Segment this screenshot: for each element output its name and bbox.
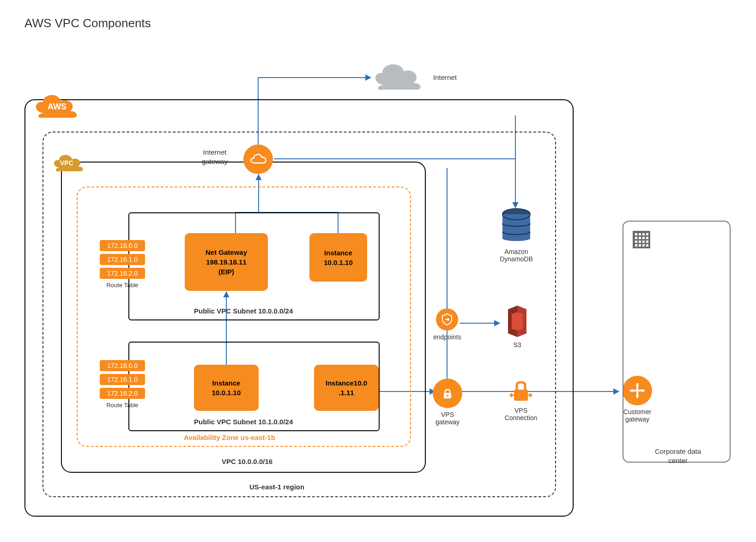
vpc-tag-label: VPC: [60, 159, 73, 167]
building-icon: [631, 229, 652, 252]
svg-rect-11: [639, 237, 641, 239]
svg-rect-12: [642, 237, 645, 239]
endpoints-icon: [436, 308, 458, 331]
svg-rect-21: [646, 244, 648, 247]
vpc-label: VPC 10.0.0.0/16: [222, 457, 272, 466]
dynamodb-service: Amazon DynamoDB: [498, 208, 535, 263]
region-label: US-east-1 region: [249, 482, 304, 492]
svg-rect-4: [514, 390, 528, 401]
aws-cloud-label: AWS: [48, 102, 67, 112]
svg-rect-17: [646, 241, 648, 243]
internet-cloud-icon: [369, 59, 425, 93]
route-row: 172.16.2.0: [100, 388, 145, 399]
svg-rect-16: [642, 241, 645, 243]
internet-gateway-icon: [243, 145, 273, 174]
dynamodb-label: Amazon DynamoDB: [498, 248, 535, 263]
svg-rect-8: [642, 233, 645, 235]
public-subnet-1-label: Public VPC Subnet 10.0.0.0/24: [194, 307, 293, 316]
svg-rect-20: [642, 244, 645, 247]
svg-rect-19: [639, 244, 641, 247]
vps-gateway-service: VPS gateway: [431, 379, 464, 426]
diagram-title: AWS VPC Components: [24, 16, 151, 30]
svg-rect-7: [639, 233, 641, 235]
igw-label: Internet gateway: [194, 148, 236, 166]
subnet2-instance1-node: Instance 10.0.1.10: [194, 365, 259, 411]
corporate-data-center: [623, 221, 731, 463]
s3-icon: [502, 305, 532, 338]
route-table-2: 172.16.0.0 172.16.1.0 172.16.2.0 Route T…: [100, 360, 145, 409]
route-row: 172.16.1.0: [100, 254, 145, 265]
subnet2-instance2-node: Instance10.0 .1.11: [314, 365, 379, 411]
nat-gateway-node: Net Gateway 198.19.18.11 (EIP): [185, 233, 268, 291]
svg-rect-15: [639, 241, 641, 243]
route-row: 172.16.2.0: [100, 268, 145, 279]
vps-connection-icon: [508, 378, 534, 404]
route-row: 172.16.0.0: [100, 360, 145, 371]
svg-rect-13: [646, 237, 648, 239]
route-row: 172.16.0.0: [100, 240, 145, 251]
svg-rect-14: [635, 241, 637, 243]
svg-rect-10: [635, 237, 637, 239]
subnet1-instance-node: Instance 10.0.1.10: [309, 233, 367, 282]
vpc-cloud-tag: VPC: [50, 151, 86, 174]
endpoints-label: endpoints: [433, 333, 461, 341]
vps-connection-label: VPS Connection: [502, 407, 539, 422]
route-table-1: 172.16.0.0 172.16.1.0 172.16.2.0 Route T…: [100, 240, 145, 289]
aws-cloud-tag: AWS: [30, 90, 81, 120]
svg-rect-9: [646, 233, 648, 235]
route-row: 172.16.1.0: [100, 374, 145, 385]
svg-point-3: [447, 395, 448, 397]
s3-service: S3: [501, 305, 533, 349]
route-caption: Route Table: [100, 402, 145, 409]
internet-label: Internet: [433, 73, 457, 82]
az-label: Availability Zone us-east-1b: [184, 433, 275, 442]
vps-connection-service: VPS Connection: [502, 378, 539, 422]
vps-gateway-icon: [433, 379, 462, 408]
s3-label: S3: [501, 341, 533, 349]
svg-rect-18: [635, 244, 637, 247]
corporate-data-center-label: Corporate data center: [646, 447, 710, 465]
dynamodb-icon: [500, 208, 533, 245]
vps-gateway-label: VPS gateway: [431, 411, 464, 426]
endpoints-service: endpoints: [433, 308, 461, 341]
public-subnet-2-label: Public VPC Subnet 10.1.0.0/24: [194, 417, 293, 427]
route-caption: Route Table: [100, 282, 145, 289]
svg-rect-6: [635, 233, 637, 235]
